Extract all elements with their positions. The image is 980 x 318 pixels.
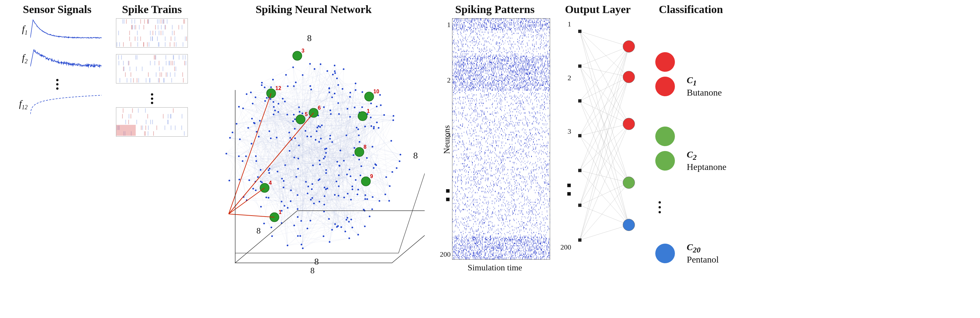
signal-canvas-f1 (30, 18, 102, 41)
svg-point-46 (623, 219, 635, 231)
svg-line-24 (580, 171, 629, 225)
signal-label-f2: f2 (13, 52, 30, 65)
spike-dot3 (151, 102, 153, 104)
svg-line-12 (580, 101, 629, 124)
dot2 (56, 83, 59, 85)
svg-line-8 (580, 66, 629, 183)
snn-canvas-wrap (202, 18, 425, 286)
class-item-c1-1 (655, 52, 726, 72)
class-item-c2-2: C2 Heptanone (655, 149, 726, 172)
class-circle-c20 (655, 244, 675, 263)
output-layer-wrap: 1 2 3 ■■ 200 (560, 18, 635, 253)
svg-line-19 (580, 136, 629, 225)
output-layer-section: Output Layer 1 2 3 ■■ 200 (560, 3, 635, 253)
out-label-200: 200 (560, 243, 571, 252)
class-circle-c2-2 (655, 151, 675, 171)
signal-canvas-f2 (30, 47, 102, 70)
svg-rect-37 (578, 99, 581, 103)
svg-line-5 (580, 46, 629, 66)
output-layer-title: Output Layer (565, 3, 630, 16)
signal-label-f1: f1 (13, 24, 30, 36)
dot3 (56, 87, 59, 90)
spike-canvas-3 (116, 107, 188, 137)
class-item-c2-1 (655, 127, 726, 146)
svg-line-18 (580, 136, 629, 183)
classification-section: Classification C1 Butanone C2 (639, 3, 743, 279)
svg-rect-38 (578, 134, 581, 137)
simulation-time-label: Simulation time (468, 263, 522, 273)
class-group-c1: C1 Butanone (655, 52, 726, 98)
spike-row-2 (116, 54, 188, 84)
svg-line-13 (580, 101, 629, 183)
class-circle-c1-2 (655, 77, 675, 96)
class-item-c1-2: C1 Butanone (655, 75, 726, 98)
y-label-dots: ■■ (440, 187, 451, 204)
spike-dot2 (151, 98, 153, 100)
signal-row-f12: f12 (13, 93, 102, 116)
spike-trains-title: Spike Trains (122, 3, 182, 16)
svg-line-22 (580, 124, 629, 171)
spike-trains-section: Spike Trains (111, 3, 193, 143)
out-label-1: 1 (560, 20, 571, 28)
class-circle-c2-1 (655, 127, 675, 146)
svg-line-9 (580, 66, 629, 225)
class-group-c20: C20 Pentanol (655, 242, 726, 265)
svg-line-14 (580, 101, 629, 225)
svg-line-27 (580, 124, 629, 205)
spike-canvas-1 (116, 18, 188, 47)
spike-dots (151, 93, 153, 104)
svg-line-7 (580, 66, 629, 124)
svg-rect-35 (578, 30, 581, 33)
signal-row-f1: f1 (13, 18, 102, 41)
out-label-3: 3 (560, 127, 571, 136)
output-labels: 1 2 3 ■■ 200 (560, 18, 571, 253)
svg-line-20 (580, 46, 629, 170)
svg-rect-41 (578, 239, 581, 242)
svg-line-29 (580, 205, 629, 225)
svg-line-25 (580, 46, 629, 205)
dot1 (56, 79, 59, 81)
spike-canvas-2 (116, 54, 188, 84)
out-label-dots: ■■ (560, 181, 571, 198)
svg-line-30 (580, 46, 629, 240)
svg-rect-39 (578, 169, 581, 172)
sensor-signals-title: Sensor Signals (23, 3, 91, 16)
svg-line-0 (580, 31, 629, 46)
neural-net-svg (573, 18, 635, 253)
class-label-c20: C20 Pentanol (687, 242, 719, 265)
class-item-c20: C20 Pentanol (655, 242, 726, 265)
svg-line-2 (580, 31, 629, 124)
spiking-patterns-title: Spiking Patterns (455, 3, 535, 16)
spike-row-3 (116, 107, 188, 137)
svg-rect-40 (578, 204, 581, 207)
svg-point-45 (623, 177, 635, 188)
class-dot2 (659, 206, 661, 209)
svg-line-10 (580, 46, 629, 101)
spiking-patterns-section: Spiking Patterns 1 2 3 ■■ 200 Neurons Si… (434, 3, 555, 273)
class-name-c2: Heptanone (687, 162, 726, 172)
sensor-signals-section: Sensor Signals f1 f2 f12 (6, 3, 108, 122)
spike-dot1 (151, 93, 153, 96)
class-dot3 (659, 211, 661, 213)
svg-line-4 (580, 31, 629, 225)
class-label-c1: C1 Butanone (687, 75, 722, 98)
svg-point-44 (623, 118, 635, 130)
class-circle-c1-1 (655, 52, 675, 72)
y-axis-title: Neurons (442, 125, 452, 154)
patterns-canvas-wrap: Neurons (452, 18, 550, 261)
spike-row-1 (116, 18, 188, 47)
snn-section: Spiking Neural Network (199, 3, 428, 286)
class-name-c1: Butanone (687, 87, 722, 98)
y-label-1: 1 (440, 21, 451, 29)
svg-point-42 (623, 40, 635, 52)
signal-row-f2: f2 (13, 47, 102, 70)
y-label-200: 200 (440, 250, 451, 259)
snn-title: Spiking Neural Network (255, 3, 371, 16)
out-label-2: 2 (560, 74, 571, 82)
signal-canvas-f12 (30, 93, 102, 116)
svg-line-16 (580, 77, 629, 136)
classification-title: Classification (659, 3, 723, 16)
class-dots-mid (659, 201, 726, 213)
svg-line-31 (580, 77, 629, 240)
y-label-2: 2 (440, 76, 451, 84)
